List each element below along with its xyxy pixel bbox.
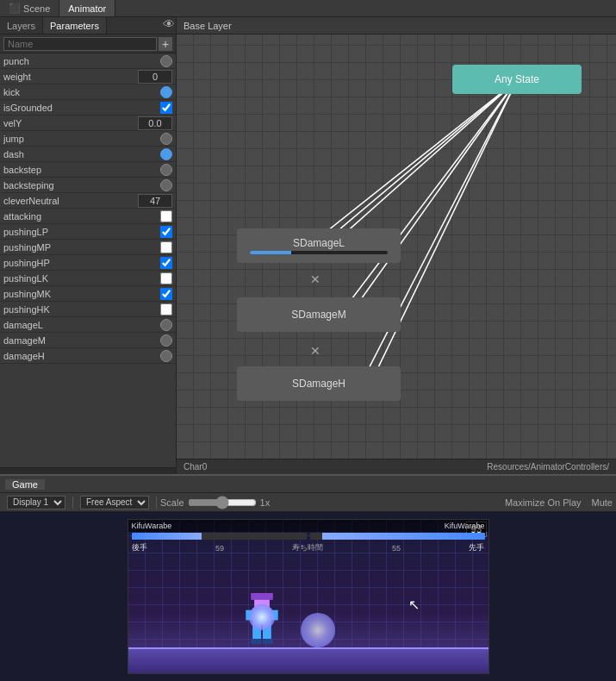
cursor-icon: ↖ (408, 597, 420, 613)
animator-row: Layers Parameters 👁 + punch (0, 17, 616, 474)
state-sdamagem[interactable]: SDamageM (237, 297, 401, 332)
param-row: attacking (0, 209, 176, 224)
add-param-button[interactable]: + (159, 37, 172, 51)
p1-score: 59 (215, 544, 224, 553)
svg-text:✕: ✕ (310, 344, 320, 358)
hp-bar-left (132, 533, 307, 540)
left-panel: Layers Parameters 👁 + punch (0, 17, 177, 474)
scale-value: 1x (260, 497, 271, 508)
toggle-dash[interactable] (160, 148, 172, 160)
svg-text:✕: ✕ (310, 272, 320, 286)
game-scene: KifuWarabe KifuWarabe 後手 (128, 519, 489, 674)
tab-layers[interactable]: Layers (0, 17, 43, 34)
toggle-punch[interactable] (160, 55, 172, 67)
input-weight[interactable] (138, 70, 172, 84)
svg-rect-17 (262, 639, 272, 644)
param-row: velY (0, 116, 176, 131)
search-input[interactable] (3, 37, 157, 51)
param-row: weight (0, 69, 176, 84)
checkbox-pushinglp[interactable] (160, 226, 172, 238)
game-hud: KifuWarabe KifuWarabe 後手 (128, 520, 488, 554)
animator-panel: Base Layer (177, 17, 616, 474)
checkbox-pushinglk[interactable] (160, 272, 172, 284)
svg-line-2 (336, 80, 517, 241)
progress-bar-sdamagel (250, 251, 388, 254)
svg-line-3 (345, 80, 517, 308)
left-panel-tabs: Layers Parameters 👁 (0, 17, 176, 34)
game-viewport: KifuWarabe KifuWarabe 後手 (0, 512, 616, 681)
param-row: kick (0, 84, 176, 100)
svg-rect-16 (251, 639, 261, 644)
mute-label: Mute (592, 497, 613, 508)
tab-scene[interactable]: ⬛ Scene (0, 0, 59, 16)
toggle-kick[interactable] (160, 86, 172, 98)
param-row: pushingMP (0, 240, 176, 255)
checkbox-pushingmk[interactable] (160, 288, 172, 300)
svg-rect-10 (251, 593, 273, 600)
tab-game[interactable]: Game (5, 479, 45, 490)
param-row: pushingHP (0, 255, 176, 271)
param-row: pushingMK (0, 286, 176, 302)
state-sdamagel[interactable]: SDamageL (237, 228, 401, 263)
animator-status: Char0 Resources/AnimatorControllers/ (177, 459, 616, 474)
checkbox-pushinghp[interactable] (160, 257, 172, 269)
param-row: pushingLK (0, 271, 176, 286)
checkbox-attacking[interactable] (160, 210, 172, 222)
toggle-damagel[interactable] (160, 319, 172, 331)
hp-bar-right-fill (322, 533, 485, 540)
p1-label: 後手 (132, 542, 147, 553)
param-row: pushingHK (0, 302, 176, 317)
svg-line-1 (327, 80, 517, 239)
input-cleverneutral[interactable] (138, 194, 172, 208)
param-row: jump (0, 131, 176, 147)
game-toolbar: Display 1 Free Aspect Scale 1x Maximize … (0, 493, 616, 512)
svg-line-0 (319, 80, 517, 237)
tab-parameters[interactable]: Parameters (43, 17, 107, 34)
checkbox-isgrounded[interactable] (160, 102, 172, 114)
state-any[interactable]: Any State (452, 65, 582, 94)
search-bar: + (0, 34, 176, 53)
tab-animator[interactable]: Animator (59, 0, 115, 16)
hp-bar-left-fill (132, 533, 202, 540)
toggle-backsteping[interactable] (160, 179, 172, 191)
scale-slider[interactable] (188, 497, 257, 508)
param-row: damageM (0, 333, 176, 348)
aspect-select[interactable]: Free Aspect (80, 496, 149, 509)
toggle-jump[interactable] (160, 133, 172, 145)
hp-bar-right (310, 533, 485, 540)
checkbox-pushingmp[interactable] (160, 241, 172, 253)
param-row: pushingLP (0, 224, 176, 240)
game-header: Game (0, 476, 616, 493)
scrollbar-bottom (0, 467, 176, 474)
toggle-backstep[interactable] (160, 164, 172, 176)
input-vely[interactable] (138, 116, 172, 130)
state-sdamageh[interactable]: SDamageH (237, 366, 401, 401)
top-tab-bar: ⬛ Scene Animator (0, 0, 616, 17)
params-list: punch weight kick isGrounded (0, 53, 176, 467)
checkbox-pushinghk[interactable] (160, 303, 172, 316)
param-row: backsteping (0, 178, 176, 193)
param-row: punch (0, 53, 176, 69)
p2-score: 55 (392, 544, 401, 553)
scale-label: Scale (160, 497, 184, 508)
divider2 (156, 497, 157, 509)
p2-label: 先手 (469, 542, 484, 553)
svg-line-4 (353, 80, 517, 310)
orb-left (249, 604, 275, 630)
orb-right (301, 613, 335, 647)
divider (72, 497, 73, 509)
display-select-item[interactable]: Display 1 (3, 496, 69, 509)
param-row: backstep (0, 162, 176, 178)
display-select[interactable]: Display 1 (7, 496, 65, 509)
maximize-label: Maximize On Play (505, 497, 582, 508)
aspect-select-item[interactable]: Free Aspect (77, 496, 152, 509)
eye-icon[interactable]: 👁 (162, 17, 176, 31)
player2-name: KifuWarabe (445, 522, 485, 530)
param-row: isGrounded (0, 100, 176, 116)
toggle-damageh[interactable] (160, 350, 172, 362)
animator-header: Base Layer (177, 17, 616, 34)
app-container: ⬛ Scene Animator Layers Parameters 👁 + (0, 0, 616, 681)
game-section: Game Display 1 Free Aspect Scale 1x Maxi… (0, 474, 616, 681)
toggle-damagem[interactable] (160, 334, 172, 347)
animator-canvas[interactable]: ✕ ✕ Any State SDamageL SDamage (177, 34, 616, 459)
